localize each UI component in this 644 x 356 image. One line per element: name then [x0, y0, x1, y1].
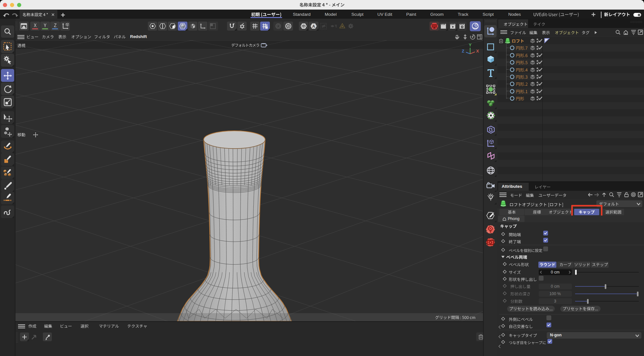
svg-text:Y: Y [469, 43, 472, 47]
svg-text:X: X [476, 49, 479, 53]
svg-text:A: A [312, 24, 315, 29]
svg-text:Z: Z [462, 49, 464, 53]
